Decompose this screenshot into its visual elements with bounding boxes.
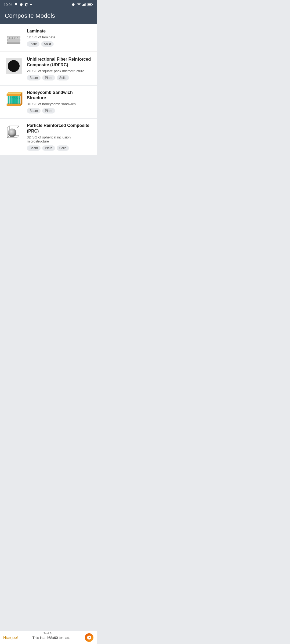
- card-title-prc: Particle Reinforced Composite (PRC): [27, 123, 92, 134]
- card-udfrc[interactable]: Unidirectional Fiber Reinforced Composit…: [0, 52, 97, 85]
- svg-point-18: [19, 37, 20, 38]
- svg-rect-27: [10, 96, 12, 104]
- tags-laminate: Plate Solid: [27, 41, 92, 47]
- svg-point-48: [8, 129, 16, 137]
- svg-point-0: [30, 4, 31, 5]
- svg-marker-39: [21, 92, 22, 106]
- card-desc-laminate: 1D SG of laminate: [27, 35, 92, 39]
- svg-point-22: [14, 38, 15, 39]
- tag-solid: Solid: [57, 145, 69, 151]
- thumb-prc: [4, 123, 23, 142]
- svg-rect-10: [7, 39, 20, 41]
- card-info-udfrc: Unidirectional Fiber Reinforced Composit…: [27, 57, 92, 80]
- svg-rect-9: [7, 42, 20, 44]
- card-info-prc: Particle Reinforced Composite (PRC) 3D S…: [27, 123, 92, 151]
- dot-icon: [30, 3, 32, 6]
- svg-point-21: [12, 38, 13, 39]
- thumb-udfrc: [4, 57, 23, 75]
- tag-plate: Plate: [42, 108, 55, 114]
- svg-line-44: [7, 126, 9, 128]
- card-info-honeycomb: Honeycomb Sandwich Structure 3D SG of ho…: [27, 90, 92, 114]
- svg-point-15: [14, 37, 15, 38]
- svg-rect-31: [19, 96, 20, 104]
- status-right: [71, 2, 93, 7]
- svg-rect-38: [7, 94, 21, 96]
- card-desc-prc: 3D SG of spherical inclusion microstruct…: [27, 135, 92, 143]
- signal-icon: [82, 3, 86, 6]
- svg-rect-30: [16, 96, 18, 104]
- camera-icon: [71, 2, 75, 7]
- tag-plate: Plate: [42, 145, 55, 151]
- svg-rect-3: [83, 4, 84, 6]
- svg-rect-25: [7, 104, 21, 106]
- wifi-icon: [77, 3, 81, 6]
- tags-udfrc: Beam Plate Solid: [27, 75, 92, 80]
- svg-rect-7: [88, 4, 91, 5]
- page-title: Composite Models: [5, 12, 92, 19]
- content: Laminate 1D SG of laminate Plate Solid U…: [0, 24, 97, 263]
- tag-solid: Solid: [57, 75, 69, 80]
- card-title-udfrc: Unidirectional Fiber Reinforced Composit…: [27, 57, 92, 68]
- tag-beam: Beam: [27, 75, 41, 80]
- tag-plate: Plate: [27, 41, 39, 47]
- svg-point-20: [11, 38, 12, 39]
- tags-honeycomb: Beam Plate: [27, 108, 92, 114]
- svg-point-17: [17, 37, 18, 38]
- svg-rect-2: [82, 5, 83, 6]
- card-honeycomb[interactable]: Honeycomb Sandwich Structure 3D SG of ho…: [0, 86, 97, 118]
- svg-rect-8: [92, 4, 93, 5]
- svg-point-12: [9, 37, 10, 38]
- card-desc-honeycomb: 3D SG of honeycomb sandwich: [27, 102, 92, 106]
- thumb-honeycomb: [4, 90, 23, 109]
- empty-space: [0, 156, 97, 263]
- time-display: 10:04: [4, 3, 13, 7]
- svg-point-13: [11, 37, 12, 38]
- tag-beam: Beam: [27, 108, 41, 114]
- tag-solid: Solid: [41, 41, 54, 47]
- svg-point-24: [8, 60, 20, 72]
- svg-rect-26: [8, 96, 9, 104]
- svg-rect-5: [85, 3, 85, 6]
- svg-point-14: [12, 37, 13, 38]
- status-bar: 10:04: [0, 0, 97, 9]
- svg-line-46: [17, 136, 19, 138]
- card-title-laminate: Laminate: [27, 28, 92, 34]
- vpn-icon: [25, 3, 28, 6]
- svg-marker-41: [7, 92, 22, 94]
- card-desc-udfrc: 2D SG of square pack microstructure: [27, 69, 92, 73]
- card-laminate[interactable]: Laminate 1D SG of laminate Plate Solid: [0, 24, 97, 52]
- battery-icon: [88, 3, 93, 6]
- thumb-laminate: [4, 28, 23, 47]
- status-left: 10:04: [4, 3, 32, 7]
- svg-line-45: [17, 126, 19, 128]
- card-prc[interactable]: Particle Reinforced Composite (PRC) 3D S…: [0, 119, 97, 155]
- svg-point-1: [72, 3, 74, 6]
- tag-plate: Plate: [42, 75, 55, 80]
- svg-point-19: [9, 38, 10, 39]
- shield-icon: [20, 3, 23, 6]
- card-title-honeycomb: Honeycomb Sandwich Structure: [27, 90, 92, 101]
- card-info-laminate: Laminate 1D SG of laminate Plate Solid: [27, 28, 92, 47]
- tags-prc: Beam Plate Solid: [27, 145, 92, 151]
- svg-rect-4: [84, 4, 85, 6]
- alarm-icon: [14, 3, 18, 6]
- svg-rect-28: [12, 96, 14, 104]
- svg-point-16: [16, 37, 16, 38]
- svg-rect-29: [14, 96, 16, 104]
- tag-beam: Beam: [27, 145, 41, 151]
- top-bar: Composite Models: [0, 9, 97, 24]
